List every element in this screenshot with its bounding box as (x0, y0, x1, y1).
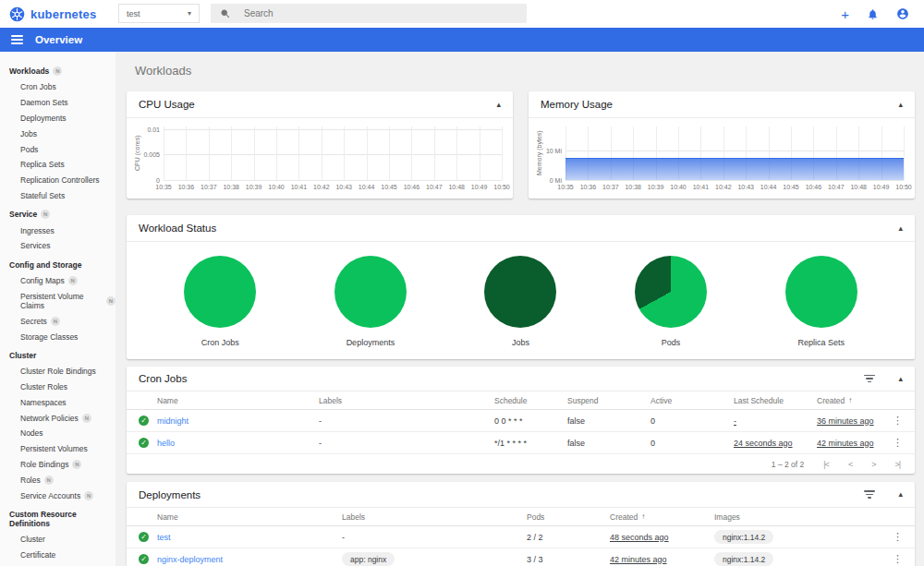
collapse-icon[interactable]: ▴ (898, 101, 903, 109)
column-header-name[interactable]: Name (157, 512, 342, 522)
sidebar-item-secrets[interactable]: SecretsN (0, 313, 116, 329)
pie-label: Pods (662, 338, 681, 347)
sidebar-item-jobs[interactable]: Jobs (0, 126, 116, 141)
next-page-icon[interactable]: > (871, 460, 875, 469)
filter-icon[interactable] (864, 490, 875, 499)
menu-hamburger-icon[interactable] (11, 35, 23, 44)
relative-time-link[interactable]: - (734, 416, 736, 426)
sidebar-item-persistent-volume-claims[interactable]: Persistent Volume ClaimsN (0, 289, 116, 314)
sidebar-section-service[interactable]: ServiceN (0, 206, 116, 223)
search-icon (220, 8, 231, 19)
x-tick-label: 10:40 (670, 184, 687, 190)
label-chip: nginx:1.14.2 (714, 552, 773, 566)
sidebar-item-role-bindings[interactable]: Role BindingsN (0, 457, 116, 473)
sidebar-item-stateful-sets[interactable]: Stateful Sets (0, 187, 116, 203)
resource-link[interactable]: test (157, 533, 171, 542)
page-breadcrumb-title: Overview (35, 34, 82, 45)
user-account-icon[interactable] (896, 7, 909, 20)
sidebar-item-storage-classes[interactable]: Storage Classes (0, 329, 116, 344)
sidebar-item-replication-controllers[interactable]: Replication Controllers (0, 173, 116, 188)
check-circle-icon: ✓ (139, 415, 149, 426)
sidebar-section-workloads[interactable]: WorkloadsN (0, 63, 116, 79)
column-header-labels[interactable]: Labels (342, 512, 527, 522)
column-header-name[interactable]: Name (157, 396, 319, 405)
gridline (164, 154, 502, 155)
row-menu-icon[interactable]: ⋮ (888, 437, 903, 449)
sidebar-item-cron-jobs[interactable]: Cron Jobs (0, 79, 116, 95)
sidebar-item-label: Cluster Role Bindings (20, 367, 96, 376)
row-menu-icon[interactable]: ⋮ (888, 531, 903, 543)
sidebar-item-label: Config Maps (20, 276, 65, 285)
first-page-icon[interactable]: |< (823, 460, 829, 469)
relative-time-link[interactable]: 42 minutes ago (817, 439, 874, 448)
table-row-test: ✓test-2 / 248 seconds agonginx:1.14.2⋮ (127, 526, 915, 548)
sidebar-item-certificate[interactable]: Certificate (0, 548, 116, 563)
sidebar-item-namespaces[interactable]: Namespaces (0, 395, 116, 411)
x-tick-label: 10:45 (381, 184, 397, 190)
sidebar-section-cluster[interactable]: Cluster (0, 347, 116, 364)
sidebar-item-persistent-volumes[interactable]: Persistent Volumes (0, 441, 116, 457)
sidebar-item-label: Roles (20, 476, 41, 485)
sidebar-section-config-and-storage[interactable]: Config and Storage (0, 257, 116, 273)
collapse-icon[interactable]: ▴ (898, 490, 903, 499)
sidebar-item-cluster-roles[interactable]: Cluster Roles (0, 379, 116, 395)
column-header-pods[interactable]: Pods (527, 512, 610, 522)
column-header-images[interactable]: Images (714, 512, 888, 522)
x-tick-label: 10:49 (471, 184, 488, 190)
relative-time-link[interactable]: 42 minutes ago (610, 555, 667, 564)
sidebar-item-network-policies[interactable]: Network PoliciesN (0, 410, 116, 426)
search-bar[interactable] (211, 4, 527, 23)
sidebar-item-pods[interactable]: Pods (0, 141, 116, 157)
gridline (209, 126, 210, 180)
resource-link[interactable]: midnight (157, 416, 188, 426)
relative-time-link[interactable]: 48 seconds ago (610, 533, 669, 542)
pie-label: Replica Sets (797, 338, 845, 347)
column-header-created[interactable]: Created↑ (610, 512, 714, 522)
column-header-created[interactable]: Created↑ (817, 396, 888, 405)
sidebar-item-cluster[interactable]: Cluster (0, 532, 116, 548)
column-header-suspend[interactable]: Suspend (567, 396, 650, 405)
pie-chart (635, 256, 707, 328)
namespace-select[interactable]: test ▾ (118, 4, 200, 23)
x-tick-label: 10:40 (268, 184, 285, 190)
resource-link[interactable]: hello (157, 439, 175, 448)
column-header-schedule[interactable]: Schedule (494, 396, 567, 405)
sidebar-item-roles[interactable]: RolesN (0, 472, 116, 488)
column-header-last-schedule[interactable]: Last Schedule (734, 396, 817, 405)
collapse-icon[interactable]: ▴ (898, 375, 903, 383)
row-menu-icon[interactable]: ⋮ (888, 415, 903, 427)
sidebar-item-deployments[interactable]: Deployments (0, 111, 116, 126)
sort-arrow-up-icon: ↑ (848, 396, 852, 404)
sidebar-section-custom-resource-definitions[interactable]: Custom Resource Definitions (0, 506, 116, 532)
sidebar-item-service-accounts[interactable]: Service AccountsN (0, 488, 116, 503)
sidebar-item-replica-sets[interactable]: Replica Sets (0, 157, 116, 173)
gridline (456, 126, 457, 180)
collapse-icon[interactable]: ▴ (496, 101, 501, 109)
row-menu-icon[interactable]: ⋮ (888, 553, 903, 565)
relative-time-link[interactable]: 24 seconds ago (734, 439, 793, 448)
column-header-active[interactable]: Active (650, 396, 734, 405)
sidebar-item-nodes[interactable]: Nodes (0, 426, 116, 441)
prev-page-icon[interactable]: < (848, 460, 852, 469)
collapse-icon[interactable]: ▴ (898, 224, 903, 233)
column-header-labels[interactable]: Labels (319, 396, 494, 405)
sidebar-item-cluster-issuer[interactable]: Cluster Issuer (0, 563, 116, 566)
new-items-badge: N (53, 66, 62, 76)
gridline (231, 126, 232, 180)
sidebar-item-ingresses[interactable]: Ingresses (0, 223, 116, 238)
sidebar-item-daemon-sets[interactable]: Daemon Sets (0, 95, 116, 111)
brand[interactable]: kubernetes (9, 6, 96, 22)
x-tick-label: 10:36 (178, 184, 195, 190)
resource-link[interactable]: nginx-deployment (157, 555, 223, 564)
filter-icon[interactable] (864, 375, 875, 383)
sidebar-item-cluster-role-bindings[interactable]: Cluster Role Bindings (0, 364, 116, 379)
workload-pie-cron-jobs: Cron Jobs (145, 256, 296, 347)
last-page-icon[interactable]: >| (894, 460, 900, 469)
relative-time-link[interactable]: 36 minutes ago (817, 416, 874, 426)
sidebar-item-config-maps[interactable]: Config MapsN (0, 273, 116, 289)
search-input[interactable] (242, 7, 464, 19)
status-cell: ✓ (139, 438, 157, 448)
notifications-bell-icon[interactable] (867, 8, 879, 20)
create-resource-icon[interactable]: + (841, 7, 849, 21)
sidebar-item-services[interactable]: Services (0, 238, 116, 254)
